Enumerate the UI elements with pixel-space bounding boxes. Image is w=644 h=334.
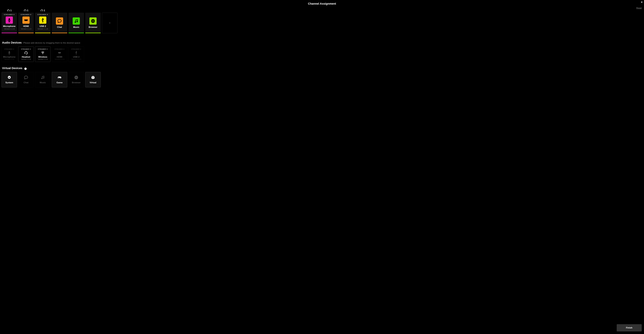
- virtual-device-name: System: [6, 81, 13, 84]
- channel-card-hdmi[interactable]: STREAMER✕ HDMIVersion 1.1.8: [18, 13, 34, 33]
- channel-color-bar: [2, 33, 17, 33]
- device-name: Wireless: [38, 56, 47, 58]
- hdmi-icon: [58, 51, 61, 55]
- channel-name: Microphone: [3, 25, 16, 28]
- virtual-device-game[interactable]: Game: [52, 72, 67, 87]
- virtual-device-name: Game: [56, 81, 62, 84]
- audio-devices-row: STREAMER✕ Microphone Version 1.1.8 STREA…: [2, 46, 642, 62]
- chat-icon: [24, 75, 28, 80]
- close-button[interactable]: ✕: [641, 1, 643, 4]
- audio-device-wireless[interactable]: STREAMER✕ Wireless Version 1.1.8: [35, 46, 50, 62]
- usb2-icon: [74, 51, 78, 55]
- cube-icon: [91, 75, 95, 80]
- virtual-device-name: Music: [40, 81, 46, 84]
- virtual-device-name: Virtual: [90, 81, 96, 84]
- streamer-tag: STREAMER✕: [38, 48, 48, 50]
- info-icon[interactable]: i: [24, 68, 27, 70]
- virtual-devices-row: System Chat Music Game Browser Virtual: [2, 72, 642, 87]
- virtual-device-chat: Chat: [18, 72, 34, 87]
- streamer-tag: STREAMER✕: [4, 14, 15, 16]
- audio-devices-header: Audio Devices Please add devices by drag…: [2, 41, 642, 44]
- audio-device-headset[interactable]: STREAMER✕ Headset Version 1.1.8: [18, 46, 34, 62]
- virtual-device-name: Browser: [72, 81, 81, 84]
- usb2-icon: [39, 17, 46, 24]
- music-icon: [41, 75, 45, 80]
- channel-name: USB 2: [40, 25, 46, 28]
- streamer-tag: STREAMER✕: [71, 48, 81, 50]
- virtual-device-name: Chat: [24, 81, 28, 84]
- channel-name: Browser: [88, 26, 97, 29]
- channel-card-usb-2[interactable]: STREAMER✕ USB 2Version 1.1.8: [35, 13, 50, 33]
- channel-version: Version 1.1.8: [38, 28, 48, 30]
- virtual-devices-header: Virtual Devices i: [2, 67, 642, 70]
- channel-card-browser[interactable]: Browser: [85, 13, 101, 33]
- device-name: Microphone: [3, 56, 16, 58]
- audio-device-usb-2: STREAMER✕ USB 2 Version 1.1.8: [68, 46, 84, 62]
- streamer-tag: STREAMER✕: [21, 48, 31, 50]
- audio-devices-heading: Audio Devices: [2, 41, 22, 44]
- audio-device-hdmi: STREAMER✕ HDMI Version 1.1.8: [52, 46, 67, 62]
- globe-icon: [90, 18, 96, 25]
- device-name: Headset: [22, 56, 30, 58]
- page-title: Channel Assignment: [2, 2, 642, 6]
- channel-card-music[interactable]: Music: [68, 13, 84, 33]
- channel-color-bar: [52, 33, 67, 33]
- reset-link[interactable]: Reset: [636, 7, 642, 9]
- gear-icon: [7, 75, 11, 80]
- audio-device-microphone: STREAMER✕ Microphone Version 1.1.8: [2, 46, 17, 62]
- device-name: USB 2: [73, 56, 80, 58]
- globe-icon: [74, 75, 78, 80]
- channel-card-chat[interactable]: Chat: [52, 13, 67, 33]
- virtual-device-virtual[interactable]: Virtual: [85, 72, 101, 87]
- hp-number: 1: [27, 9, 28, 12]
- streamer-tag: STREAMER✕: [4, 48, 14, 50]
- streamer-tag: STREAMER✕: [37, 14, 48, 16]
- device-version: Version 1.1.8: [21, 58, 31, 60]
- streamer-tag: STREAMER✕: [20, 14, 32, 16]
- headphones-marker: 1: [7, 9, 12, 12]
- virtual-device-music: Music: [35, 72, 50, 87]
- chat-icon: [56, 18, 63, 25]
- channel-version: Version 1.1.8: [21, 28, 31, 30]
- channels-row: 1STREAMER✕ MicrophoneVersion 1.1.8 1STRE…: [2, 9, 642, 33]
- channel-name: HDMI: [23, 25, 29, 28]
- channel-color-bar: [85, 33, 101, 33]
- virtual-device-system[interactable]: System: [2, 72, 17, 87]
- headset-icon: [24, 51, 28, 55]
- game-icon: [58, 75, 62, 80]
- device-version: Version 1.1.8: [71, 58, 81, 60]
- hp-number: 1: [10, 9, 12, 12]
- finish-button[interactable]: Finish: [617, 324, 642, 331]
- channel-color-bar: [68, 33, 84, 33]
- channel-card-microphone[interactable]: STREAMER✕ MicrophoneVersion 1.1.8: [2, 13, 17, 33]
- channel-name: Music: [73, 26, 79, 29]
- virtual-device-browser: Browser: [68, 72, 84, 87]
- device-version: Version 1.1.8: [4, 58, 14, 60]
- microphone-icon: [6, 17, 13, 24]
- microphone-icon: [8, 51, 11, 55]
- channel-name: Chat: [57, 26, 62, 29]
- hdmi-icon: [22, 17, 30, 24]
- device-version: Version 1.1.8: [54, 58, 64, 60]
- device-name: HDMI: [57, 56, 62, 58]
- channel-version: Version 1.1.8: [4, 28, 14, 30]
- hp-number: 1: [44, 9, 45, 12]
- headphones-marker: 1: [40, 9, 45, 12]
- music-icon: [73, 18, 80, 25]
- channel-color-bar: [35, 33, 50, 33]
- add-channel-button[interactable]: +: [102, 13, 118, 33]
- channel-color-bar: [18, 33, 34, 33]
- streamer-tag: STREAMER✕: [54, 48, 64, 50]
- device-version: Version 1.1.8: [38, 58, 48, 60]
- virtual-devices-heading: Virtual Devices: [2, 67, 22, 70]
- audio-devices-hint: Please add devices by dragging them to t…: [24, 42, 80, 44]
- wifi-icon: [41, 51, 44, 55]
- headphones-marker: 1: [24, 9, 28, 12]
